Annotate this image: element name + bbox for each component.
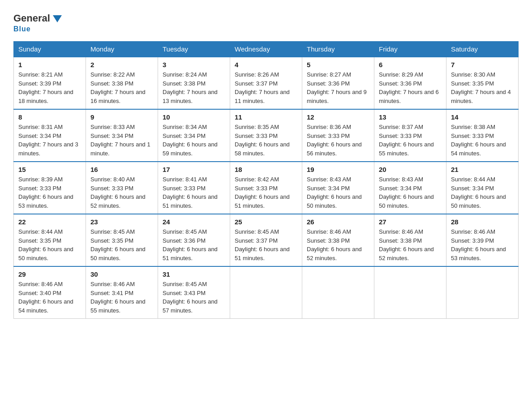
day-info: Sunrise: 8:43 AMSunset: 3:34 PMDaylight:…	[307, 175, 369, 210]
weekday-header-saturday: Saturday	[446, 42, 519, 57]
calendar-cell: 7 Sunrise: 8:30 AMSunset: 3:35 PMDayligh…	[446, 57, 519, 109]
weekday-header-sunday: Sunday	[14, 42, 86, 57]
logo: General Blue	[13, 13, 62, 33]
day-number: 20	[379, 166, 442, 173]
week-row-5: 29 Sunrise: 8:46 AMSunset: 3:40 PMDaylig…	[14, 266, 519, 319]
day-info: Sunrise: 8:33 AMSunset: 3:34 PMDaylight:…	[90, 123, 153, 158]
calendar-cell: 25 Sunrise: 8:45 AMSunset: 3:37 PMDaylig…	[230, 214, 302, 266]
calendar-cell: 31 Sunrise: 8:45 AMSunset: 3:43 PMDaylig…	[158, 266, 230, 319]
calendar-cell	[446, 266, 519, 319]
day-info: Sunrise: 8:45 AMSunset: 3:35 PMDaylight:…	[90, 227, 153, 262]
day-info: Sunrise: 8:46 AMSunset: 3:41 PMDaylight:…	[90, 280, 153, 315]
day-info: Sunrise: 8:36 AMSunset: 3:33 PMDaylight:…	[307, 123, 369, 158]
calendar-cell: 15 Sunrise: 8:39 AMSunset: 3:33 PMDaylig…	[14, 162, 86, 214]
calendar-cell: 2 Sunrise: 8:22 AMSunset: 3:38 PMDayligh…	[86, 57, 158, 109]
day-info: Sunrise: 8:42 AMSunset: 3:33 PMDaylight:…	[235, 175, 297, 210]
calendar-cell: 9 Sunrise: 8:33 AMSunset: 3:34 PMDayligh…	[86, 109, 158, 162]
day-number: 6	[379, 61, 442, 68]
calendar-cell	[230, 266, 302, 319]
day-number: 27	[379, 218, 442, 226]
day-info: Sunrise: 8:38 AMSunset: 3:33 PMDaylight:…	[451, 123, 514, 158]
day-info: Sunrise: 8:40 AMSunset: 3:33 PMDaylight:…	[90, 175, 153, 210]
day-info: Sunrise: 8:46 AMSunset: 3:40 PMDaylight:…	[18, 280, 81, 315]
day-number: 3	[163, 61, 225, 68]
day-number: 30	[90, 270, 153, 278]
day-number: 24	[163, 218, 225, 226]
day-info: Sunrise: 8:45 AMSunset: 3:36 PMDaylight:…	[163, 227, 225, 262]
logo-blue-text: Blue	[13, 25, 31, 33]
weekday-header-friday: Friday	[374, 42, 446, 57]
calendar-cell: 28 Sunrise: 8:46 AMSunset: 3:39 PMDaylig…	[446, 214, 519, 266]
logo-triangle-icon	[53, 15, 62, 22]
calendar-body: 1 Sunrise: 8:21 AMSunset: 3:39 PMDayligh…	[14, 57, 519, 319]
week-row-3: 15 Sunrise: 8:39 AMSunset: 3:33 PMDaylig…	[14, 162, 519, 214]
day-number: 26	[307, 218, 369, 226]
calendar-cell: 17 Sunrise: 8:41 AMSunset: 3:33 PMDaylig…	[158, 162, 230, 214]
week-row-1: 1 Sunrise: 8:21 AMSunset: 3:39 PMDayligh…	[14, 57, 519, 109]
day-info: Sunrise: 8:22 AMSunset: 3:38 PMDaylight:…	[90, 70, 153, 105]
calendar-cell: 22 Sunrise: 8:44 AMSunset: 3:35 PMDaylig…	[14, 214, 86, 266]
calendar-cell: 3 Sunrise: 8:24 AMSunset: 3:38 PMDayligh…	[158, 57, 230, 109]
day-info: Sunrise: 8:37 AMSunset: 3:33 PMDaylight:…	[379, 123, 442, 158]
day-info: Sunrise: 8:34 AMSunset: 3:34 PMDaylight:…	[163, 123, 225, 158]
day-info: Sunrise: 8:21 AMSunset: 3:39 PMDaylight:…	[18, 70, 81, 105]
day-info: Sunrise: 8:29 AMSunset: 3:36 PMDaylight:…	[379, 70, 442, 105]
logo-text: General	[13, 13, 62, 24]
day-number: 31	[163, 270, 225, 278]
day-number: 5	[307, 61, 369, 68]
day-number: 22	[18, 218, 81, 226]
day-number: 14	[451, 113, 514, 121]
day-info: Sunrise: 8:26 AMSunset: 3:37 PMDaylight:…	[235, 70, 297, 105]
calendar-cell: 21 Sunrise: 8:44 AMSunset: 3:34 PMDaylig…	[446, 162, 519, 214]
calendar-cell: 12 Sunrise: 8:36 AMSunset: 3:33 PMDaylig…	[302, 109, 374, 162]
day-number: 29	[18, 270, 81, 278]
day-info: Sunrise: 8:45 AMSunset: 3:37 PMDaylight:…	[235, 227, 297, 262]
calendar-cell: 11 Sunrise: 8:35 AMSunset: 3:33 PMDaylig…	[230, 109, 302, 162]
calendar-cell: 26 Sunrise: 8:46 AMSunset: 3:38 PMDaylig…	[302, 214, 374, 266]
calendar-cell	[302, 266, 374, 319]
day-info: Sunrise: 8:39 AMSunset: 3:33 PMDaylight:…	[18, 175, 81, 210]
calendar-cell: 24 Sunrise: 8:45 AMSunset: 3:36 PMDaylig…	[158, 214, 230, 266]
calendar-cell: 16 Sunrise: 8:40 AMSunset: 3:33 PMDaylig…	[86, 162, 158, 214]
day-number: 4	[235, 61, 297, 68]
day-number: 16	[90, 166, 153, 173]
logo-general: General	[13, 13, 50, 24]
day-info: Sunrise: 8:46 AMSunset: 3:38 PMDaylight:…	[307, 227, 369, 262]
week-row-2: 8 Sunrise: 8:31 AMSunset: 3:34 PMDayligh…	[14, 109, 519, 162]
day-number: 9	[90, 113, 153, 121]
day-number: 12	[307, 113, 369, 121]
day-number: 25	[235, 218, 297, 226]
week-row-4: 22 Sunrise: 8:44 AMSunset: 3:35 PMDaylig…	[14, 214, 519, 266]
weekday-header-thursday: Thursday	[302, 42, 374, 57]
day-number: 23	[90, 218, 153, 226]
day-number: 10	[163, 113, 225, 121]
day-info: Sunrise: 8:30 AMSunset: 3:35 PMDaylight:…	[451, 70, 514, 105]
day-info: Sunrise: 8:46 AMSunset: 3:38 PMDaylight:…	[379, 227, 442, 262]
calendar-cell: 5 Sunrise: 8:27 AMSunset: 3:36 PMDayligh…	[302, 57, 374, 109]
day-info: Sunrise: 8:24 AMSunset: 3:38 PMDaylight:…	[163, 70, 225, 105]
calendar-header: SundayMondayTuesdayWednesdayThursdayFrid…	[14, 42, 519, 57]
calendar-cell: 27 Sunrise: 8:46 AMSunset: 3:38 PMDaylig…	[374, 214, 446, 266]
day-info: Sunrise: 8:45 AMSunset: 3:43 PMDaylight:…	[163, 280, 225, 315]
calendar-cell: 20 Sunrise: 8:43 AMSunset: 3:34 PMDaylig…	[374, 162, 446, 214]
page-header: General Blue	[13, 9, 519, 33]
day-number: 28	[451, 218, 514, 226]
day-info: Sunrise: 8:46 AMSunset: 3:39 PMDaylight:…	[451, 227, 514, 262]
day-number: 2	[90, 61, 153, 68]
calendar-cell: 19 Sunrise: 8:43 AMSunset: 3:34 PMDaylig…	[302, 162, 374, 214]
calendar-cell: 14 Sunrise: 8:38 AMSunset: 3:33 PMDaylig…	[446, 109, 519, 162]
day-number: 19	[307, 166, 369, 173]
day-info: Sunrise: 8:35 AMSunset: 3:33 PMDaylight:…	[235, 123, 297, 158]
day-number: 7	[451, 61, 514, 68]
calendar-cell	[374, 266, 446, 319]
calendar-cell: 23 Sunrise: 8:45 AMSunset: 3:35 PMDaylig…	[86, 214, 158, 266]
day-number: 21	[451, 166, 514, 173]
weekday-header-row: SundayMondayTuesdayWednesdayThursdayFrid…	[14, 42, 519, 57]
calendar-cell: 6 Sunrise: 8:29 AMSunset: 3:36 PMDayligh…	[374, 57, 446, 109]
calendar-cell: 30 Sunrise: 8:46 AMSunset: 3:41 PMDaylig…	[86, 266, 158, 319]
day-info: Sunrise: 8:43 AMSunset: 3:34 PMDaylight:…	[379, 175, 442, 210]
calendar-cell: 29 Sunrise: 8:46 AMSunset: 3:40 PMDaylig…	[14, 266, 86, 319]
calendar-cell: 10 Sunrise: 8:34 AMSunset: 3:34 PMDaylig…	[158, 109, 230, 162]
calendar-cell: 4 Sunrise: 8:26 AMSunset: 3:37 PMDayligh…	[230, 57, 302, 109]
calendar-cell: 1 Sunrise: 8:21 AMSunset: 3:39 PMDayligh…	[14, 57, 86, 109]
